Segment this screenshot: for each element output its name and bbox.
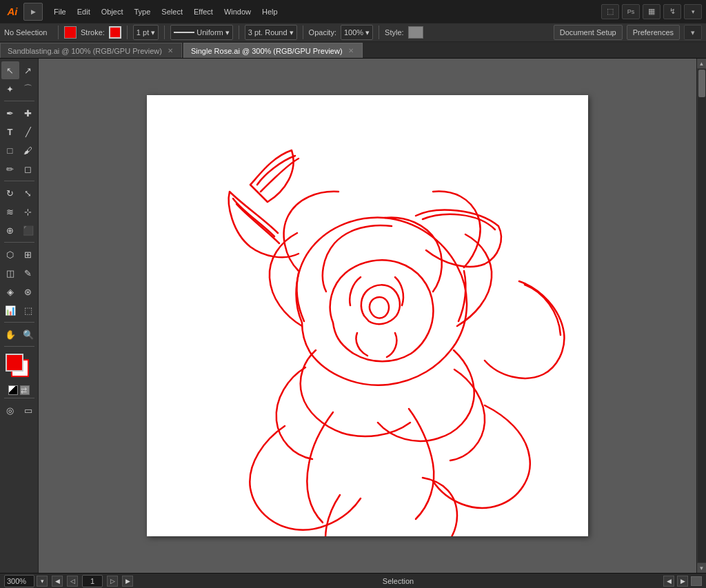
selection-tools-row: ↖ ↗ (0, 61, 38, 79)
lasso-tool[interactable]: ⌒ (19, 80, 37, 98)
status-prev-icon[interactable]: ◀ (663, 576, 674, 587)
file-button[interactable]: ▶ (23, 3, 43, 21)
fill-color-swatch[interactable] (6, 354, 23, 372)
add-anchor-tool[interactable]: ✚ (19, 104, 37, 122)
pen-tool[interactable]: ✒ (1, 104, 19, 122)
separator-3 (164, 26, 165, 39)
pencil-row: ✏ ◻ (0, 160, 38, 178)
live-paint-tool[interactable]: ⬛ (19, 221, 37, 239)
paintbrush-tool[interactable]: 🖌 (19, 141, 37, 159)
status-next-icon[interactable]: ▶ (677, 576, 688, 587)
tab-sandblasting[interactable]: Sandblasting.ai @ 100% (RGB/GPU Preview)… (0, 43, 182, 58)
artboard (147, 95, 588, 536)
menu-file[interactable]: File (48, 5, 72, 19)
opacity-dropdown[interactable]: 100%▾ (341, 25, 373, 40)
arrange-icon[interactable]: ▦ (643, 4, 660, 19)
scroll-track[interactable] (698, 69, 706, 562)
separator-tools-3 (4, 242, 34, 243)
menu-effect[interactable]: Effect (188, 5, 219, 19)
prev-page-btn[interactable]: ◀ (52, 576, 63, 587)
tab-single-rose[interactable]: Single Rose.ai @ 300% (RGB/GPU Preview) … (183, 43, 363, 58)
menu-edit[interactable]: Edit (72, 5, 96, 19)
shape-builder-tool[interactable]: ⊕ (1, 221, 19, 239)
warp-tool[interactable]: ≋ (1, 203, 19, 221)
direct-selection-tool[interactable]: ↗ (19, 61, 37, 79)
tab-single-rose-label: Single Rose.ai @ 300% (RGB/GPU Preview) (191, 47, 343, 55)
artboard-tool[interactable]: ⬚ (19, 301, 37, 319)
separator-6 (379, 26, 379, 39)
menu-object[interactable]: Object (96, 5, 129, 19)
color-mode-icon[interactable]: ◎ (1, 401, 19, 419)
shape-live-row: ⊕ ⬛ (0, 221, 38, 239)
sync-icon[interactable]: ↯ (663, 4, 681, 19)
tab-single-rose-close[interactable]: ✕ (347, 47, 355, 54)
expand-panel-icon[interactable]: ▾ (684, 25, 702, 40)
line-tool[interactable]: ╱ (19, 123, 37, 141)
eyedropper-tool[interactable]: ✎ (19, 264, 37, 282)
magic-wand-tool[interactable]: ✦ (1, 80, 19, 98)
ps-icon[interactable]: Ps (622, 4, 640, 19)
column-graph-tool[interactable]: 📊 (1, 301, 19, 319)
pencil-tool[interactable]: ✏ (1, 160, 19, 178)
blend-tool[interactable]: ◈ (1, 283, 19, 301)
selection-tool[interactable]: ↖ (1, 61, 19, 79)
perspective-tool[interactable]: ⬡ (1, 245, 19, 263)
separator-5 (303, 26, 303, 39)
status-right: ◀ ▶ (663, 576, 702, 587)
eraser-tool[interactable]: ◻ (19, 160, 37, 178)
menu-select[interactable]: Select (156, 5, 188, 19)
next-btn[interactable]: ▷ (107, 576, 118, 587)
menu-window[interactable]: Window (219, 5, 256, 19)
separator-2 (127, 26, 128, 39)
style-label: Style: (385, 28, 404, 37)
scroll-thumb[interactable] (698, 70, 705, 97)
zoom-input[interactable] (4, 575, 34, 587)
gradient-eyedropper-row: ◫ ✎ (0, 264, 38, 282)
scroll-down-arrow[interactable]: ▼ (697, 563, 707, 573)
style-swatch[interactable] (408, 26, 423, 39)
mesh-tool[interactable]: ⊞ (19, 245, 37, 263)
fill-swatch[interactable] (64, 26, 77, 39)
hand-tool[interactable]: ✋ (1, 325, 19, 343)
main-area: ↖ ↗ ✦ ⌒ ✒ ✚ T ╱ □ 🖌 ✏ ◻ ↻ ⤡ ≋ (0, 59, 706, 573)
scroll-up-arrow[interactable]: ▲ (697, 59, 707, 68)
stroke-weight-dropdown[interactable]: 1 pt▾ (133, 25, 159, 40)
preferences-button[interactable]: Preferences (627, 25, 680, 40)
graph-artboard-row: 📊 ⬚ (0, 301, 38, 319)
prev-btn[interactable]: ◁ (67, 576, 78, 587)
zoom-dropdown-arrow[interactable]: ▾ (37, 576, 48, 587)
left-toolbar: ↖ ↗ ✦ ⌒ ✒ ✚ T ╱ □ 🖌 ✏ ◻ ↻ ⤡ ≋ (0, 59, 39, 573)
menu-type[interactable]: Type (129, 5, 157, 19)
scale-tool[interactable]: ⤡ (19, 184, 37, 202)
right-scrollbar: ▲ ▼ (696, 59, 706, 573)
separator-tools-1 (4, 101, 34, 101)
none-swatch[interactable] (8, 385, 18, 395)
opacity-label: Opacity: (309, 28, 336, 37)
screen-mode-btn[interactable]: ▭ (19, 401, 37, 419)
menu-help[interactable]: Help (256, 5, 283, 19)
document-setup-button[interactable]: Document Setup (554, 25, 623, 40)
status-bar: ▾ ◀ ◁ ▷ ▶ Selection ◀ ▶ (0, 573, 706, 588)
warp-transform-row: ≋ ⊹ (0, 203, 38, 221)
tab-sandblasting-close[interactable]: ✕ (166, 47, 174, 54)
more-icon[interactable]: ▾ (684, 4, 702, 19)
brush-dropdown[interactable]: 3 pt. Round▾ (245, 25, 297, 40)
rotate-tool[interactable]: ↻ (1, 184, 19, 202)
screen-mode-icon[interactable]: ⬚ (601, 4, 619, 19)
free-transform-tool[interactable]: ⊹ (19, 203, 37, 221)
stroke-swatch[interactable] (109, 26, 121, 39)
separator-tools-6 (4, 398, 34, 398)
symbol-tool[interactable]: ⊛ (19, 283, 37, 301)
canvas-area[interactable] (39, 59, 696, 573)
separator-tools-5 (4, 346, 34, 347)
title-bar-icons: ⬚ Ps ▦ ↯ ▾ (601, 4, 702, 19)
gradient-tool[interactable]: ◫ (1, 264, 19, 282)
type-tool[interactable]: T (1, 123, 19, 141)
stroke-profile-dropdown[interactable]: Uniform▾ (170, 25, 233, 40)
rectangle-tool[interactable]: □ (1, 141, 19, 159)
zoom-tool[interactable]: 🔍 (19, 325, 37, 343)
page-input[interactable] (82, 575, 103, 587)
swap-icon[interactable]: ⇄ (20, 385, 30, 395)
ai-logo: Ai (4, 0, 21, 23)
next-page-btn[interactable]: ▶ (122, 576, 133, 587)
